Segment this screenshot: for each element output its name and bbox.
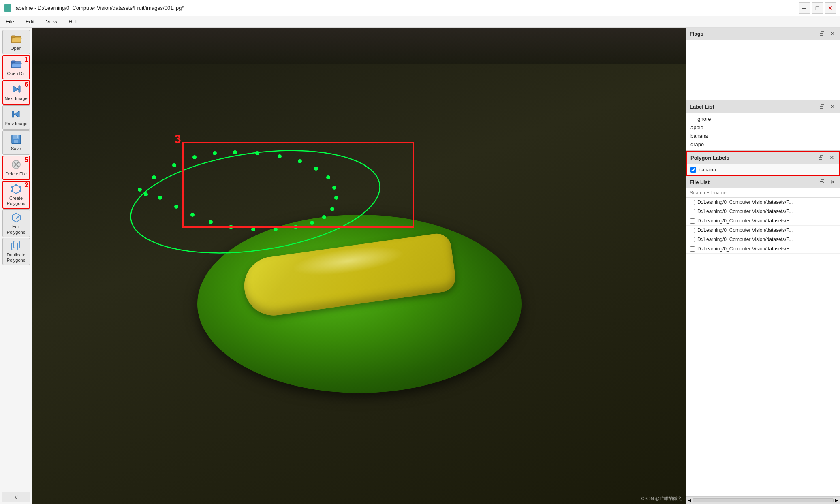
label-list-content: __ignore__ apple banana grape xyxy=(686,113,840,150)
flags-section: Flags 🗗 ✕ xyxy=(686,28,840,100)
polygon-label-banana: banana xyxy=(690,167,836,173)
file-item-3: D:/Learning/0_Computer Vision/datasets/F… xyxy=(686,216,840,226)
create-polygons-button-wrapper: Create Polygons 2 xyxy=(2,181,30,209)
duplicate-polygons-button[interactable]: Duplicate Polygons xyxy=(2,238,30,265)
label-item-apple[interactable]: apple xyxy=(690,123,837,132)
file-item-5: D:/Learning/0_Computer Vision/datasets/F… xyxy=(686,235,840,244)
file-item-6-name: D:/Learning/0_Computer Vision/datasets/F… xyxy=(697,246,793,252)
polygon-labels-header: Polygon Labels 🗗 ✕ xyxy=(687,152,839,164)
title-bar-controls: ─ □ ✕ xyxy=(799,2,836,14)
save-button-wrapper: Save xyxy=(2,130,30,155)
flags-close-button[interactable]: ✕ xyxy=(829,30,837,38)
label-list-restore-button[interactable]: 🗗 xyxy=(818,103,826,111)
duplicate-polygons-button-wrapper: Duplicate Polygons xyxy=(2,238,30,265)
scroll-right-btn[interactable]: ▶ xyxy=(835,498,838,502)
svg-line-23 xyxy=(16,217,17,219)
svg-rect-10 xyxy=(14,140,18,143)
flags-restore-button[interactable]: 🗗 xyxy=(818,30,826,38)
open-dir-button-wrapper: Open Dir 1 xyxy=(2,55,30,79)
save-button[interactable]: Save xyxy=(2,130,30,155)
svg-point-16 xyxy=(15,184,17,186)
maximize-button[interactable]: □ xyxy=(812,2,823,14)
file-list-close-button[interactable]: ✕ xyxy=(829,178,837,186)
right-panel: Flags 🗗 ✕ Label List 🗗 ✕ __ignore__ appl… xyxy=(686,28,840,504)
file-item-4: D:/Learning/0_Computer Vision/datasets/F… xyxy=(686,226,840,235)
flags-controls: 🗗 ✕ xyxy=(818,30,837,38)
watermark: CSDN @睢睢的微允 xyxy=(641,495,682,502)
polygon-labels-controls: 🗗 ✕ xyxy=(817,154,836,162)
canvas-area[interactable]: 3 CSDN @睢睢的微允 xyxy=(32,28,686,504)
open-button[interactable]: Open xyxy=(2,30,30,54)
svg-rect-3 xyxy=(11,61,15,63)
edit-polygons-button-wrapper: Edit Polygons xyxy=(2,209,30,237)
minimize-button[interactable]: ─ xyxy=(799,2,810,14)
svg-point-20 xyxy=(11,190,13,192)
svg-point-18 xyxy=(19,190,21,192)
file-search-input[interactable] xyxy=(686,188,840,198)
file-item-5-name: D:/Learning/0_Computer Vision/datasets/F… xyxy=(697,237,793,242)
file-item-4-checkbox[interactable] xyxy=(690,228,695,233)
flags-header: Flags 🗗 ✕ xyxy=(686,28,840,40)
svg-rect-11 xyxy=(17,135,18,138)
file-item-6-checkbox[interactable] xyxy=(690,246,695,252)
prev-image-button-wrapper: Prev Image xyxy=(2,105,30,130)
svg-point-21 xyxy=(11,186,13,188)
polygon-labels-content: banana xyxy=(687,164,839,175)
file-item-1-checkbox[interactable] xyxy=(690,200,695,205)
arrow-right-icon xyxy=(11,83,22,95)
file-item-1: D:/Learning/0_Computer Vision/datasets/F… xyxy=(686,198,840,207)
scroll-left-btn[interactable]: ◀ xyxy=(688,498,691,502)
prev-image-button[interactable]: Prev Image xyxy=(2,105,30,130)
create-polygons-badge: 2 xyxy=(25,182,28,189)
polygon-labels-section: Polygon Labels 🗗 ✕ 4 banana xyxy=(686,151,840,176)
next-image-label: Next Image xyxy=(4,96,27,101)
polygon-label-banana-checkbox[interactable] xyxy=(690,167,696,173)
delete-file-badge: 5 xyxy=(25,156,28,164)
menu-bar: File Edit View Help xyxy=(0,16,840,28)
create-polygons-label: Create Polygons xyxy=(4,196,28,206)
label-list-controls: 🗗 ✕ xyxy=(818,103,837,111)
label-item-banana[interactable]: banana xyxy=(690,132,837,140)
menu-view[interactable]: View xyxy=(43,18,60,26)
file-items: D:/Learning/0_Computer Vision/datasets/F… xyxy=(686,198,840,496)
green-plate xyxy=(197,215,522,393)
file-item-3-checkbox[interactable] xyxy=(690,218,695,224)
folder-open-icon xyxy=(11,33,22,45)
open-button-wrapper: Open xyxy=(2,30,30,54)
file-item-5-checkbox[interactable] xyxy=(690,237,695,242)
file-item-2: D:/Learning/0_Computer Vision/datasets/F… xyxy=(686,207,840,216)
app-icon xyxy=(4,4,11,12)
open-label: Open xyxy=(11,46,21,51)
title-bar: labelme - D:/Learning/0_Computer Vision/… xyxy=(0,0,840,16)
close-button[interactable]: ✕ xyxy=(825,2,836,14)
svg-marker-15 xyxy=(12,185,20,194)
svg-marker-22 xyxy=(12,213,20,222)
polygon-labels-restore-button[interactable]: 🗗 xyxy=(817,154,825,162)
main-layout: Open Open Dir 1 Next Image xyxy=(0,28,840,504)
menu-help[interactable]: Help xyxy=(66,18,82,26)
file-list-controls: 🗗 ✕ xyxy=(818,178,837,186)
edit-polygons-label: Edit Polygons xyxy=(4,224,29,235)
file-list-restore-button[interactable]: 🗗 xyxy=(818,178,826,186)
file-list-scrollbar: ◀ ▶ xyxy=(686,496,840,504)
label-item-ignore[interactable]: __ignore__ xyxy=(690,115,837,123)
file-item-2-checkbox[interactable] xyxy=(690,209,695,214)
svg-rect-5 xyxy=(19,86,20,92)
polygon-label-banana-text: banana xyxy=(699,167,716,173)
polygon-labels-close-button[interactable]: ✕ xyxy=(828,154,836,162)
collapse-button[interactable]: ∨ xyxy=(2,492,30,502)
file-item-2-name: D:/Learning/0_Computer Vision/datasets/F… xyxy=(697,209,793,214)
edit-polygons-button[interactable]: Edit Polygons xyxy=(2,209,30,237)
open-dir-badge: 1 xyxy=(25,56,28,63)
label-item-grape[interactable]: grape xyxy=(690,140,837,149)
flags-title: Flags xyxy=(690,31,703,37)
scroll-track[interactable] xyxy=(693,498,834,502)
folder-dir-icon xyxy=(11,58,22,70)
menu-file[interactable]: File xyxy=(3,18,17,26)
svg-rect-24 xyxy=(12,243,17,250)
title-bar-left: labelme - D:/Learning/0_Computer Vision/… xyxy=(4,4,184,12)
svg-rect-1 xyxy=(11,36,15,38)
menu-edit[interactable]: Edit xyxy=(23,18,37,26)
label-list-close-button[interactable]: ✕ xyxy=(829,103,837,111)
file-list-header: File List 🗗 ✕ xyxy=(686,176,840,188)
